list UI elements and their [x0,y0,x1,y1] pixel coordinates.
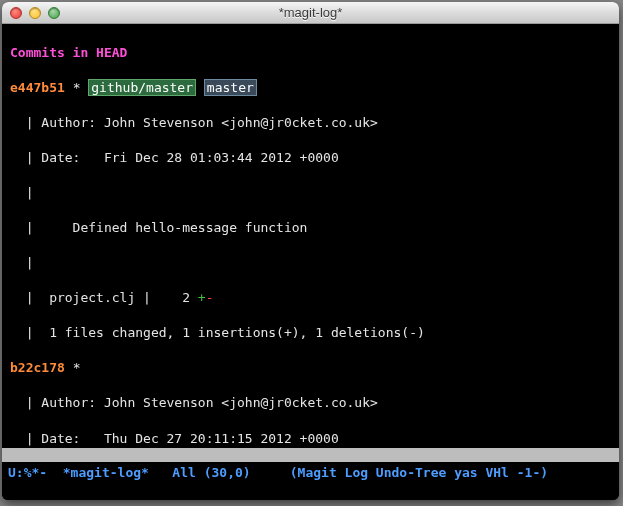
log-header: Commits in HEAD [10,44,611,62]
window-title: *magit-log* [2,4,619,22]
minibuffer[interactable] [2,484,619,500]
commit-hash: e447b51 [10,80,65,95]
branch-remote: github/master [88,79,196,96]
modeline: U:%*- *magit-log* All (30,0) (Magit Log … [2,462,619,484]
date-line: | Date: Thu Dec 27 20:11:15 2012 +0000 [10,430,611,448]
diffstat-summary: | 1 files changed, 1 insertions(+), 1 de… [10,324,611,342]
buffer-content[interactable]: Commits in HEAD e447b51 * github/master … [2,24,619,448]
titlebar[interactable]: *magit-log* [2,2,619,24]
graph-node: * [73,360,81,375]
commit-row: e447b51 * github/master master [10,79,611,97]
modeline-separator [2,448,619,462]
traffic-lights [10,7,60,19]
plus-icon: + [198,290,206,305]
commit-row: b22c178 * [10,359,611,377]
date-line: | Date: Fri Dec 28 01:03:44 2012 +0000 [10,149,611,167]
subject-line: | Defined hello-message function [10,219,611,237]
commit-hash: b22c178 [10,360,65,375]
terminal-window: *magit-log* Commits in HEAD e447b51 * gi… [2,2,619,500]
modeline-modes: (Magit Log Undo-Tree yas VHl -1-) [290,465,548,480]
modeline-position: All (30,0) [149,465,290,480]
close-button[interactable] [10,7,22,19]
zoom-button[interactable] [48,7,60,19]
author-line: | Author: John Stevenson <john@jr0cket.c… [10,394,611,412]
blank-line: | [10,254,611,272]
modeline-buffer: U:%*- *magit-log* [8,465,149,480]
minimize-button[interactable] [29,7,41,19]
minus-icon: - [206,290,214,305]
branch-local: master [204,79,257,96]
diffstat-file: | project.clj | 2 +- [10,289,611,307]
blank-line: | [10,184,611,202]
graph-node: * [73,80,81,95]
author-line: | Author: John Stevenson <john@jr0cket.c… [10,114,611,132]
